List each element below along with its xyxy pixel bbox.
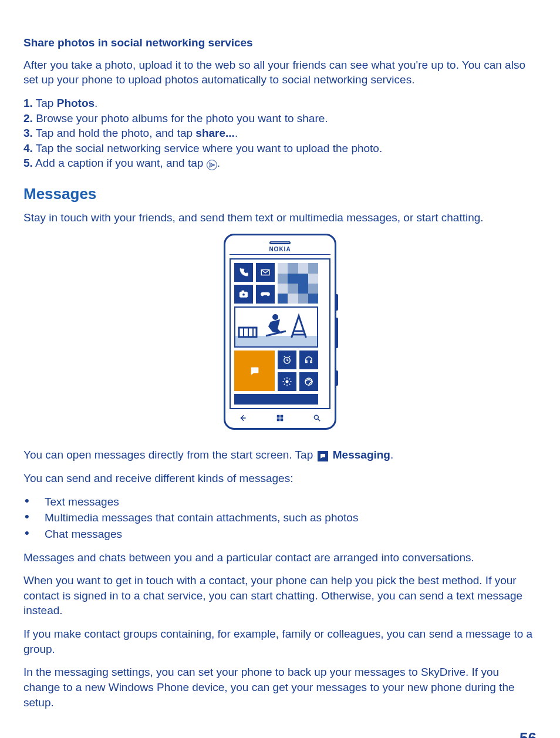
step-number: 1. [23,97,33,109]
phone-brand: NOKIA [230,245,330,255]
skate-tile [234,306,318,348]
alarm-tile [278,351,296,369]
phone-earpiece [269,241,291,244]
photos-tile [278,263,318,304]
messaging-tile: :-) [234,351,275,391]
step-post: . [217,157,220,169]
messaging-icon [318,451,328,461]
page-number: 56 [519,728,537,738]
wide-tile [234,394,318,405]
settings-tile [278,372,296,391]
step-text: Tap [33,97,57,109]
page-footer: © 2013 Microsoft Mobile. All rights rese… [23,728,537,738]
share-photos-intro: After you take a photo, upload it to the… [23,58,537,87]
step-text: Browse your photo albums for the photo y… [33,112,328,124]
svg-rect-3 [242,291,244,292]
phone-side-button [335,294,338,311]
start-screen-tiles: :-) [234,263,326,405]
step-3: 3. Tap and hold the photo, and tap share… [23,126,537,141]
camera-tile [234,285,253,304]
open-pre: You can open messages directly from the … [23,449,316,461]
step-number: 5. [23,157,33,169]
groups-para: If you make contact groups containing, f… [23,626,537,656]
mail-tile [256,263,275,282]
list-item: •Chat messages [23,527,537,542]
list-item: •Text messages [23,494,537,510]
step-number: 3. [23,127,33,139]
step-text: Tap the social networking service where … [33,142,382,154]
svg-point-9 [272,314,278,320]
bullet-icon: • [23,494,45,507]
document-page: Share photos in social networking servic… [0,0,560,738]
step-post: . [95,97,97,109]
skydrive-para: In the messaging settings, you can set y… [23,665,537,710]
step-post: . [235,127,238,139]
step-2: 2. Browse your photo albums for the phot… [23,111,537,126]
windows-icon [275,414,285,422]
messages-intro: Stay in touch with your friends, and sen… [23,210,537,225]
bullet-icon: • [23,510,45,523]
conversations-para: Messages and chats between you and a par… [23,550,537,565]
back-icon [238,414,248,422]
phone-tile [234,263,253,282]
open-messages-text: You can open messages directly from the … [23,447,537,463]
browser-tile [299,372,318,391]
svg-point-19 [314,416,318,420]
phone-outline: NOKIA [224,234,336,430]
svg-rect-16 [281,415,284,418]
phone-illustration: NOKIA [23,234,537,430]
games-tile [256,285,275,304]
svg-rect-17 [277,419,280,422]
open-bold: Messaging [333,449,390,461]
step-text: Add a caption if you want, and tap [33,157,207,169]
message-kinds-list: •Text messages •Multimedia messages that… [23,494,537,542]
bullet-icon: • [23,527,45,540]
phone-side-button [335,370,338,386]
step-number: 4. [23,142,33,154]
kinds-intro: You can send and receive different kinds… [23,471,537,486]
list-item: •Multimedia messages that contain attach… [23,510,537,525]
svg-line-20 [318,419,321,422]
step-1: 1. Tap Photos. [23,96,537,111]
open-post: . [390,449,393,461]
step-bold: share... [195,127,235,139]
share-photos-steps: 1. Tap Photos. 2. Browse your photo albu… [23,96,537,171]
send-icon [207,160,217,170]
step-number: 2. [23,112,33,124]
share-photos-heading: Share photos in social networking servic… [23,35,537,50]
list-text: Multimedia messages that contain attachm… [45,510,358,525]
step-bold: Photos [57,97,95,109]
list-text: Text messages [45,494,119,510]
phone-side-button [335,318,338,348]
headphones-tile [299,351,318,369]
messages-heading: Messages [23,184,537,204]
svg-point-13 [286,380,289,383]
svg-rect-15 [277,415,280,418]
svg-rect-18 [281,419,284,422]
search-icon [312,414,322,422]
list-text: Chat messages [45,527,122,542]
best-method-para: When you want to get in touch with a con… [23,573,537,618]
phone-screen: :-) [230,258,330,409]
step-4: 4. Tap the social networking service whe… [23,141,537,156]
step-text: Tap and hold the photo, and tap [33,127,196,139]
phone-nav-bar [230,409,330,422]
step-5: 5. Add a caption if you want, and tap . [23,156,537,171]
svg-point-2 [242,294,245,296]
svg-text::-): :-) [253,368,257,372]
